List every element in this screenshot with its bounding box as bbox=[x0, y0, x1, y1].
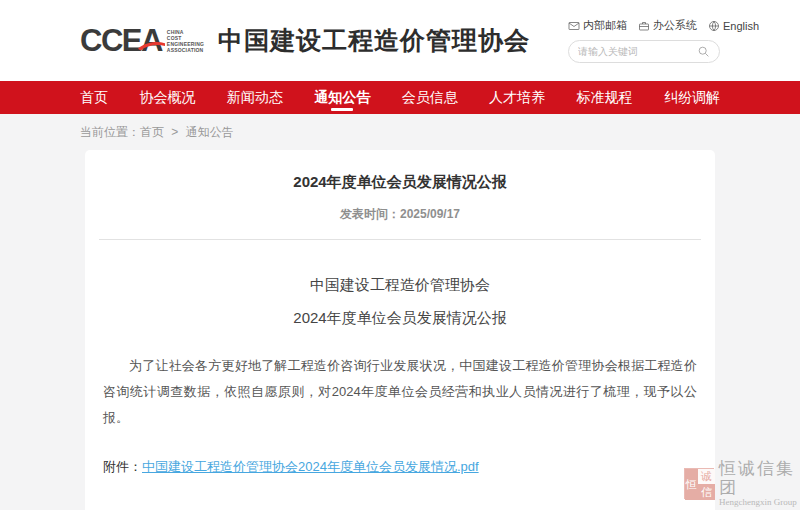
doc-heading-org: 中国建设工程造价管理协会 bbox=[85, 276, 715, 295]
active-tab-underline bbox=[331, 108, 353, 111]
hengchengxin-watermark: 恒 诚 信 恒诚信集团 Hengchengxin Group bbox=[684, 459, 800, 508]
nav-item-news[interactable]: 新闻动态 bbox=[227, 81, 283, 114]
nav-item-talent-training[interactable]: 人才培养 bbox=[489, 81, 545, 114]
ccea-logo-subtext: CHINA COST ENGINEERING ASSOCIATION bbox=[167, 29, 204, 53]
nav-item-dispute-mediation[interactable]: 纠纷调解 bbox=[664, 81, 720, 114]
logo-char-left: 恒 bbox=[685, 469, 698, 500]
logo-red-swoosh-icon bbox=[138, 41, 165, 51]
nav-item-home[interactable]: 首页 bbox=[80, 81, 108, 114]
quick-link-label: 内部邮箱 bbox=[583, 18, 627, 33]
main-nav: 首页 协会概况 新闻动态 通知公告 会员信息 人才培养 标准规程 纠纷调解 bbox=[0, 81, 800, 114]
breadcrumb-current: 通知公告 bbox=[186, 125, 234, 139]
search-icon[interactable] bbox=[697, 45, 710, 58]
attachment-row: 附件：中国建设工程造价管理协会2024年度单位会员发展情况.pdf bbox=[103, 458, 697, 476]
breadcrumb: 当前位置：首页 > 通知公告 bbox=[80, 124, 720, 141]
quick-links: 内部邮箱 办公系统 English bbox=[568, 18, 759, 33]
title-divider bbox=[99, 239, 701, 240]
watermark-name-cn: 恒诚信集团 bbox=[719, 459, 800, 497]
globe-icon bbox=[708, 20, 720, 32]
briefcase-icon bbox=[638, 20, 650, 32]
attachment-label: 附件： bbox=[103, 459, 142, 474]
nav-item-label: 通知公告 bbox=[314, 89, 370, 107]
article-card: 2024年度单位会员发展情况公报 发表时间：2025/09/17 中国建设工程造… bbox=[85, 150, 715, 510]
nav-item-standards[interactable]: 标准规程 bbox=[577, 81, 633, 114]
search-box bbox=[568, 40, 720, 63]
internal-mail-link[interactable]: 内部邮箱 bbox=[568, 18, 627, 33]
mail-icon bbox=[568, 20, 580, 32]
watermark-name-en: Hengchengxin Group bbox=[719, 497, 800, 508]
quick-link-label: 办公系统 bbox=[653, 18, 697, 33]
breadcrumb-home-link[interactable]: 首页 bbox=[140, 125, 164, 139]
quick-link-label: English bbox=[723, 20, 759, 32]
search-input[interactable] bbox=[578, 46, 697, 57]
doc-paragraph: 为了让社会各方更好地了解工程造价咨询行业发展状况，中国建设工程造价管理协会根据工… bbox=[103, 353, 697, 431]
header-left: CCEA CHINA COST ENGINEERING ASSOCIATION … bbox=[80, 24, 530, 57]
doc-heading-title: 2024年度单位会员发展情况公报 bbox=[85, 309, 715, 328]
article-title: 2024年度单位会员发展情况公报 bbox=[85, 173, 715, 192]
ccea-logo-acronym: CCEA bbox=[80, 25, 162, 56]
watermark-text: 恒诚信集团 Hengchengxin Group bbox=[719, 459, 800, 508]
breadcrumb-bar: 当前位置：首页 > 通知公告 bbox=[0, 114, 800, 150]
nav-item-member-info[interactable]: 会员信息 bbox=[402, 81, 458, 114]
publish-date-label: 发表时间： bbox=[340, 207, 400, 221]
publish-date-value: 2025/09/17 bbox=[400, 207, 460, 221]
english-link[interactable]: English bbox=[708, 20, 759, 32]
logo-char-top-right: 诚 bbox=[698, 469, 715, 484]
publish-date-row: 发表时间：2025/09/17 bbox=[85, 206, 715, 223]
office-system-link[interactable]: 办公系统 bbox=[638, 18, 697, 33]
site-title: 中国建设工程造价管理协会 bbox=[218, 24, 530, 57]
header-right: 内部邮箱 办公系统 English bbox=[568, 18, 720, 63]
breadcrumb-separator: > bbox=[171, 125, 178, 139]
hengchengxin-logo-icon: 恒 诚 信 bbox=[684, 468, 714, 499]
nav-item-association-overview[interactable]: 协会概况 bbox=[139, 81, 195, 114]
ccea-logo[interactable]: CCEA CHINA COST ENGINEERING ASSOCIATION bbox=[80, 25, 204, 56]
site-header: CCEA CHINA COST ENGINEERING ASSOCIATION … bbox=[0, 0, 800, 81]
breadcrumb-label: 当前位置： bbox=[80, 125, 140, 139]
attachment-pdf-link[interactable]: 中国建设工程造价管理协会2024年度单位会员发展情况.pdf bbox=[142, 459, 479, 474]
nav-item-notices[interactable]: 通知公告 bbox=[314, 81, 370, 114]
logo-char-bottom-right: 信 bbox=[698, 484, 715, 500]
